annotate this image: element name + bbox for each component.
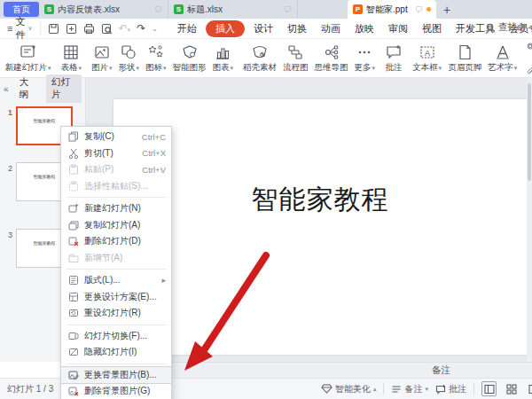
reading-view-button[interactable] bbox=[526, 381, 532, 396]
header-footer-button[interactable]: 页眉页脚 bbox=[445, 41, 485, 76]
thumbnail-title: 智能家教程 bbox=[34, 174, 56, 179]
header-footer-icon bbox=[456, 43, 473, 61]
undo-icon[interactable]: ↶▾ bbox=[119, 22, 131, 35]
menu-tab-view[interactable]: 视图 bbox=[415, 20, 449, 37]
object-button[interactable]: 对象 bbox=[527, 35, 532, 58]
menu-separator bbox=[66, 364, 166, 364]
menu-tab-insert-active[interactable]: 插入 bbox=[206, 20, 245, 37]
print-icon[interactable] bbox=[83, 23, 95, 35]
document-tab[interactable]: S 内容反馈表.xlsx 🗩 bbox=[39, 0, 168, 19]
menu-item-label: 删除幻灯片(D) bbox=[84, 235, 166, 247]
slide-canvas[interactable]: 智能家教程 bbox=[113, 99, 527, 355]
document-tab[interactable]: S 标题.xlsx 🗩 bbox=[168, 0, 298, 19]
beautify-gem-icon bbox=[321, 383, 332, 395]
menu-separator bbox=[66, 197, 166, 198]
button-label: 图表 bbox=[213, 62, 230, 74]
smartart-icon bbox=[181, 43, 199, 61]
command-search[interactable]: 查找命 bbox=[486, 21, 532, 34]
change-background-icon bbox=[68, 370, 79, 380]
context-copy[interactable]: 复制(C) Ctrl+C bbox=[61, 129, 171, 145]
textbox-icon: A bbox=[419, 43, 436, 61]
textbox-button[interactable]: A 文本框 bbox=[410, 41, 445, 76]
collapse-panel-icon[interactable]: « bbox=[4, 84, 9, 94]
button-label: 文本框 bbox=[412, 62, 438, 74]
menu-tab-slideshow[interactable]: 放映 bbox=[348, 20, 381, 37]
tab-slides[interactable]: 幻灯片 bbox=[46, 74, 82, 103]
comment-bubble-icon: 🗩 bbox=[284, 5, 292, 14]
menu-item-label: 幻灯片切换(F)... bbox=[84, 330, 166, 342]
context-delete-background-picture[interactable]: 删除背景图片(G) bbox=[61, 383, 171, 399]
icons-button[interactable]: 图标 bbox=[143, 41, 170, 76]
context-cut[interactable]: 剪切(T) Ctrl+X bbox=[61, 145, 171, 162]
slide-sorter-view-button[interactable] bbox=[504, 381, 519, 396]
file-menu-button[interactable]: ≡ 文件 ∨ bbox=[0, 15, 38, 42]
search-icon bbox=[486, 23, 496, 33]
print-preview-icon[interactable] bbox=[101, 23, 113, 35]
notes-bar-label[interactable]: 备注 bbox=[432, 364, 450, 377]
menu-tabs: 开始 插入 设计 切换 动画 放映 审阅 视图 开发工具 会员专享 bbox=[170, 20, 532, 37]
table-icon bbox=[62, 43, 80, 61]
shapes-button[interactable]: 形状 bbox=[115, 41, 143, 76]
table-button[interactable]: 表格 bbox=[58, 41, 85, 76]
icon-library-icon bbox=[147, 43, 165, 61]
menu-item-label: 复制(C) bbox=[84, 130, 137, 143]
export-icon[interactable] bbox=[66, 23, 77, 35]
beautify-label: 智能美化 bbox=[335, 383, 371, 395]
comment-toggle-button[interactable]: 批注 bbox=[435, 383, 466, 395]
button-label: 批注 bbox=[386, 62, 403, 74]
menu-tab-design[interactable]: 设计 bbox=[246, 20, 280, 37]
save-icon[interactable] bbox=[48, 23, 59, 35]
picture-button[interactable]: 图片 bbox=[89, 41, 116, 76]
menu-tab-transition[interactable]: 切换 bbox=[280, 20, 314, 37]
normal-view-icon bbox=[484, 384, 495, 395]
vertical-scrollbar[interactable] bbox=[527, 78, 532, 362]
mindmap-button[interactable]: 思维导图 bbox=[311, 41, 351, 76]
tab-outline[interactable]: 大纲 bbox=[14, 74, 42, 103]
presentation-app-icon: P bbox=[353, 4, 363, 14]
new-slide-button[interactable]: 新建幻灯片 bbox=[2, 41, 54, 76]
smartart-button[interactable]: 智能图形 bbox=[169, 41, 209, 76]
menu-item-label: 新建幻灯片(N) bbox=[84, 202, 166, 215]
context-new-slide[interactable]: 新建幻灯片(N) bbox=[61, 200, 171, 217]
menu-item-label: 选择性粘贴(S)... bbox=[84, 180, 166, 192]
chevron-down-icon: ∨ bbox=[27, 25, 32, 32]
smart-beautify-button[interactable]: 智能美化 ▴ bbox=[321, 383, 377, 395]
context-delete-slide[interactable]: 删除幻灯片(D) bbox=[61, 233, 171, 250]
new-tab-button[interactable]: + bbox=[443, 3, 450, 17]
document-tab-active[interactable]: P 智能家.ppt 🗩 bbox=[348, 0, 436, 19]
docer-material-button[interactable]: 稻壳素材 bbox=[240, 41, 280, 76]
comment-button[interactable]: 批注 bbox=[382, 41, 406, 76]
slide-title-text[interactable]: 智能家教程 bbox=[113, 182, 527, 218]
context-paste-special: 选择性粘贴(S)... bbox=[61, 178, 171, 195]
more-button[interactable]: 更多 bbox=[351, 41, 379, 76]
caret-up-icon: ▴ bbox=[373, 386, 377, 393]
button-label: 更多 bbox=[355, 62, 372, 74]
menu-item-shortcut: Ctrl+X bbox=[142, 148, 166, 158]
more-ellipsis-icon bbox=[356, 43, 373, 61]
unsaved-dot-indicator bbox=[426, 7, 431, 12]
button-label: 智能图形 bbox=[173, 62, 207, 74]
context-change-background-picture[interactable]: 更换背景图片(B)... bbox=[61, 367, 171, 384]
context-duplicate-slide[interactable]: 复制幻灯片(A) bbox=[61, 217, 171, 234]
wordart-button[interactable]: 艺术字 bbox=[485, 41, 520, 76]
scrollbar-thumb[interactable] bbox=[528, 83, 531, 181]
context-hide-slide[interactable]: 隐藏幻灯片(I) bbox=[61, 344, 171, 361]
normal-view-button[interactable] bbox=[481, 381, 497, 396]
flowchart-button[interactable]: 流程图 bbox=[280, 41, 312, 76]
chart-button[interactable]: 图表 bbox=[209, 41, 237, 76]
button-label: 流程图 bbox=[283, 62, 309, 74]
slide-number: 3 bbox=[0, 229, 12, 268]
context-change-design[interactable]: 更换设计方案(E)... bbox=[61, 289, 171, 306]
menu-tab-start[interactable]: 开始 bbox=[170, 20, 204, 37]
menu-item-label: 版式(L)... bbox=[84, 274, 156, 286]
context-layout[interactable]: 版式(L)... ▸ bbox=[61, 272, 171, 289]
menu-tab-review[interactable]: 审阅 bbox=[381, 20, 415, 37]
thumbnail-title: 智能家教程 bbox=[34, 118, 56, 123]
context-slide-transition[interactable]: 幻灯片切换(F)... bbox=[61, 328, 171, 345]
notes-toggle-button[interactable]: 备注 ▾ bbox=[391, 383, 428, 395]
redo-icon[interactable]: ↷ bbox=[137, 22, 145, 35]
customize-toolbar-icon[interactable]: ⌄ bbox=[152, 25, 158, 33]
menu-tab-animation[interactable]: 动画 bbox=[314, 20, 348, 37]
ribbon-toolbar: 新建幻灯片 表格 图片 形状 图标 bbox=[0, 39, 532, 78]
context-reset-slide[interactable]: 重设幻灯片(R) bbox=[61, 305, 171, 322]
